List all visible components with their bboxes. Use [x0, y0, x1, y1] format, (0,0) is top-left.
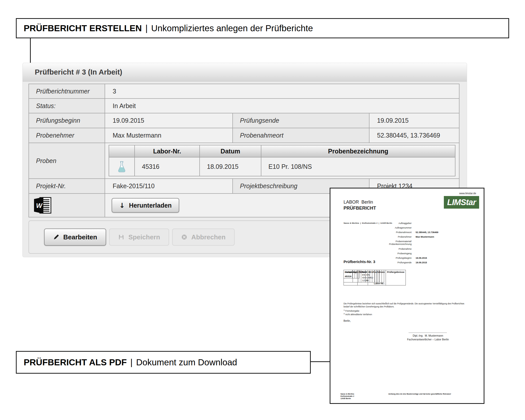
- speichern-label: Speichern: [128, 233, 160, 241]
- pdf-meta-label: Auftragsnummer: [356, 227, 412, 229]
- bearbeiten-label: Bearbeiten: [63, 233, 97, 241]
- field-projekt-nr-value: Fake-2015/110: [105, 179, 232, 193]
- cancel-circle-icon: [181, 234, 187, 240]
- pdf-report-number: Prüfberichts-Nr. 3: [344, 260, 375, 264]
- proben-table-cell: Labor-Nr. Datum Probenbezeichnung 45316 …: [105, 143, 459, 178]
- svg-text:W: W: [36, 202, 43, 209]
- pdf-footer-note: Achtung dies ist eine Mustervorlage und …: [388, 393, 451, 395]
- pdf-footer-city: 12435 Berlin: [341, 398, 351, 399]
- pdf-labor-nr-label: Labor-Nr.:: [374, 282, 385, 285]
- pdf-signature-role: Fachverantwortlicher – Labor Berlin: [389, 338, 467, 341]
- pdf-meta-label: Probeeingang: [356, 252, 412, 255]
- pencil-icon: [53, 234, 59, 240]
- pdf-meta-label: Probenmaterial/ Probenkennzeichnung: [356, 240, 412, 246]
- pdf-footnote-2: 2)nicht akkreditierte Verfahren: [344, 313, 372, 316]
- pdf-result-cell: [377, 270, 379, 282]
- pdf-city-line: Berlin,: [344, 319, 351, 322]
- connector-line-bottom: [311, 361, 330, 362]
- pdf-preview: www.limstar.de LABOR Berlin PRÜFBERICHT …: [330, 188, 484, 404]
- screenshot-root: PRÜFBERICHT ERSTELLEN | Unkompliziertes …: [0, 0, 525, 420]
- panel-header: Prüfbericht # 3 (In Arbeit): [23, 63, 467, 82]
- bearbeiten-button[interactable]: Bearbeiten: [44, 229, 106, 246]
- field-pruefungsbeginn-label: Prüfungsbeginn: [29, 113, 105, 128]
- field-pruefungsende-value: 19.09.2015: [369, 113, 459, 128]
- save-floppy-icon: [118, 234, 124, 240]
- field-status-label: Status:: [29, 99, 105, 113]
- proben-row-icon-cell[interactable]: [109, 157, 134, 176]
- field-pruefungsbeginn-value: 19.09.2015: [105, 113, 232, 128]
- pdf-signature-line: [409, 333, 447, 333]
- pdf-meta-value: 52.380445, 13.736469: [416, 231, 438, 234]
- pdf-footer-company: Sasse & Mertins: [341, 393, 354, 395]
- field-probenahmeort-value: 52.380445, 13.736469: [369, 128, 459, 143]
- bottom-banner-title: PRÜFBERICHT ALS PDF: [24, 357, 127, 367]
- download-button-label: Herunterladen: [129, 202, 172, 209]
- flask-icon: [117, 161, 127, 173]
- field-proben-label: Proben: [29, 143, 105, 178]
- proben-header-datum: Datum: [200, 145, 261, 157]
- top-banner-title: PRÜFBERICHT ERSTELLEN: [24, 23, 142, 33]
- pdf-meta-label: Prüfungsbeginn: [356, 257, 412, 260]
- pdf-meta-label: Probenahme: [356, 248, 412, 250]
- panel-title: Prüfbericht # 3 (In Arbeit): [35, 68, 122, 76]
- pdf-row-parameter: Dichte: [344, 270, 353, 282]
- pdf-col-ergebnisse: Prüfergebnisse: [387, 271, 404, 273]
- word-document-cell: W: [29, 194, 105, 217]
- bottom-banner: PRÜFBERICHT ALS PDF | Dokument zum Downl…: [16, 351, 311, 374]
- pdf-meta-value: 19.09.2015: [416, 261, 427, 264]
- abbrechen-label: Abbrechen: [191, 233, 226, 241]
- pdf-lab-name: LABOR Berlin: [344, 200, 373, 205]
- proben-row-labor-nr: 45316: [135, 157, 199, 176]
- pdf-row-verfahren: DIN EN ISO 12185: [361, 270, 370, 282]
- download-arrow-icon: ↓: [119, 202, 125, 209]
- pdf-result-cell: [370, 270, 372, 282]
- proben-header-icon-col: [109, 145, 134, 157]
- pdf-meta-value: 19.09.2015: [416, 257, 427, 259]
- field-pruefberichtnummer-label: Prüfberichtnummer: [29, 84, 105, 98]
- proben-row-bezeichnung: E10 Pr. 108/NS: [261, 157, 455, 176]
- speichern-button[interactable]: Speichern: [109, 229, 169, 246]
- pdf-doc-type: PRÜFBERICHT: [344, 206, 376, 211]
- field-probenehmer-value: Max Mustermann: [105, 128, 232, 143]
- bottom-banner-subtitle: Dokument zum Download: [136, 357, 237, 367]
- pdf-row-einheit: kg/m³: [353, 270, 361, 282]
- pdf-result-cell: [372, 270, 375, 282]
- pdf-result-cell: [382, 270, 384, 282]
- pdf-website: www.limstar.de: [459, 192, 476, 195]
- bottom-banner-separator: |: [130, 357, 133, 367]
- field-status-value: In Arbeit: [105, 99, 459, 113]
- word-document-icon[interactable]: W: [33, 196, 52, 214]
- download-button[interactable]: ↓ Herunterladen: [112, 198, 179, 213]
- field-pruefungsende-label: Prüfungsende: [233, 113, 369, 128]
- pdf-meta-value: Max Mustermann: [416, 236, 434, 238]
- pdf-result-cell: [375, 270, 377, 282]
- field-projekt-nr-label: Projekt-Nr.: [29, 179, 105, 193]
- top-banner-subtitle: Unkompliziertes anlegen der Prüfberichte: [151, 23, 313, 33]
- field-probenahmeort-label: Probenahmeort: [233, 128, 369, 143]
- pdf-disclaimer: Die Prüfergebnisse beziehen sich ausschl…: [344, 302, 468, 308]
- field-probenehmer-label: Probenehmer: [29, 128, 105, 143]
- limstar-logo: LIMStar: [444, 196, 479, 209]
- proben-table: Labor-Nr. Datum Probenbezeichnung 45316 …: [109, 145, 455, 176]
- pdf-signature-name: Dipl.-Ing. M. Mustermann: [389, 334, 467, 337]
- pdf-meta-label: Probenahmeort: [356, 231, 412, 234]
- pdf-footer-street: Kiefholzstraße 2: [341, 395, 354, 397]
- proben-header-bezeichnung: Probenbezeichnung: [261, 145, 455, 157]
- connector-line-top: [30, 38, 31, 63]
- pdf-meta-label: Auftraggeber: [356, 222, 412, 225]
- top-banner: PRÜFBERICHT ERSTELLEN | Unkompliziertes …: [16, 18, 509, 38]
- abbrechen-button[interactable]: Abbrechen: [172, 229, 235, 246]
- pdf-footnote-1: 1)Fremdvergabe: [344, 309, 359, 312]
- pdf-meta-label: Probenehmer: [356, 236, 412, 238]
- proben-row-datum: 18.09.2015: [200, 157, 261, 176]
- pdf-result-cell: [380, 270, 382, 282]
- top-banner-separator: |: [145, 23, 148, 33]
- proben-header-labor-nr: Labor-Nr.: [135, 145, 199, 157]
- field-pruefberichtnummer-value: 3: [105, 84, 459, 98]
